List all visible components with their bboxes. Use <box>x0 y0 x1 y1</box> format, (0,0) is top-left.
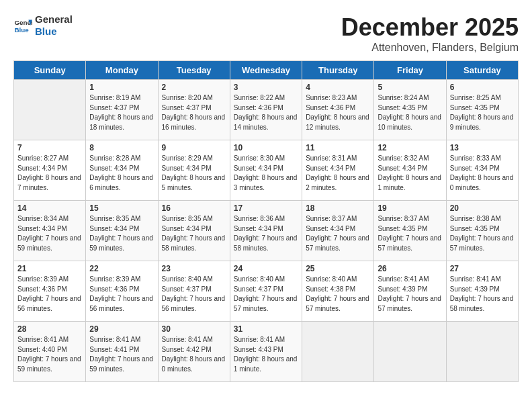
location-title: Attenhoven, Flanders, Belgium <box>341 42 519 54</box>
calendar-cell: 3Sunrise: 8:22 AMSunset: 4:36 PMDaylight… <box>230 80 302 140</box>
day-number: 26 <box>378 264 442 273</box>
header-row: SundayMondayTuesdayWednesdayThursdayFrid… <box>14 61 519 80</box>
calendar-cell <box>302 322 374 382</box>
day-number: 12 <box>378 143 442 152</box>
day-number: 9 <box>162 143 226 152</box>
cell-detail: Sunrise: 8:40 AMSunset: 4:37 PMDaylight:… <box>162 275 226 314</box>
calendar-cell: 7Sunrise: 8:27 AMSunset: 4:34 PMDaylight… <box>14 140 86 201</box>
logo: General Blue General Blue <box>13 13 73 38</box>
day-number: 16 <box>162 203 226 213</box>
day-number: 25 <box>306 264 370 273</box>
cell-detail: Sunrise: 8:41 AMSunset: 4:39 PMDaylight:… <box>378 275 442 314</box>
calendar-cell: 14Sunrise: 8:34 AMSunset: 4:34 PMDayligh… <box>14 201 86 261</box>
calendar-cell <box>446 322 518 382</box>
calendar-cell: 23Sunrise: 8:40 AMSunset: 4:37 PMDayligh… <box>158 261 230 322</box>
cell-detail: Sunrise: 8:24 AMSunset: 4:35 PMDaylight:… <box>378 93 442 132</box>
day-header: Sunday <box>14 61 86 80</box>
day-number: 21 <box>17 264 82 273</box>
cell-detail: Sunrise: 8:32 AMSunset: 4:34 PMDaylight:… <box>378 154 442 193</box>
cell-detail: Sunrise: 8:37 AMSunset: 4:34 PMDaylight:… <box>306 214 370 253</box>
logo-text-line2: Blue <box>35 26 73 38</box>
cell-detail: Sunrise: 8:23 AMSunset: 4:36 PMDaylight:… <box>306 93 370 132</box>
cell-detail: Sunrise: 8:40 AMSunset: 4:37 PMDaylight:… <box>234 275 298 314</box>
calendar-week: 28Sunrise: 8:41 AMSunset: 4:40 PMDayligh… <box>14 322 519 382</box>
cell-detail: Sunrise: 8:25 AMSunset: 4:35 PMDaylight:… <box>450 93 515 132</box>
calendar-cell: 15Sunrise: 8:35 AMSunset: 4:34 PMDayligh… <box>86 201 158 261</box>
day-number: 3 <box>234 83 298 92</box>
day-number: 28 <box>17 324 82 334</box>
calendar-cell: 1Sunrise: 8:19 AMSunset: 4:37 PMDaylight… <box>86 80 158 140</box>
calendar-cell <box>14 80 86 140</box>
calendar-cell: 22Sunrise: 8:39 AMSunset: 4:36 PMDayligh… <box>86 261 158 322</box>
month-title: December 2025 <box>341 13 519 42</box>
day-number: 14 <box>17 203 82 213</box>
calendar-cell: 12Sunrise: 8:32 AMSunset: 4:34 PMDayligh… <box>374 140 446 201</box>
calendar-week: 21Sunrise: 8:39 AMSunset: 4:36 PMDayligh… <box>14 261 519 322</box>
cell-detail: Sunrise: 8:33 AMSunset: 4:34 PMDaylight:… <box>450 154 515 193</box>
calendar-cell: 20Sunrise: 8:38 AMSunset: 4:35 PMDayligh… <box>446 201 518 261</box>
calendar-table: SundayMondayTuesdayWednesdayThursdayFrid… <box>13 60 519 382</box>
day-number: 6 <box>450 83 515 92</box>
logo-text-line1: General <box>35 13 73 26</box>
cell-detail: Sunrise: 8:35 AMSunset: 4:34 PMDaylight:… <box>89 214 154 253</box>
calendar-cell: 6Sunrise: 8:25 AMSunset: 4:35 PMDaylight… <box>446 80 518 140</box>
day-number: 23 <box>162 264 226 273</box>
calendar-cell: 27Sunrise: 8:41 AMSunset: 4:39 PMDayligh… <box>446 261 518 322</box>
cell-detail: Sunrise: 8:22 AMSunset: 4:36 PMDaylight:… <box>234 93 298 132</box>
cell-detail: Sunrise: 8:41 AMSunset: 4:43 PMDaylight:… <box>234 335 298 374</box>
day-number: 1 <box>89 83 154 92</box>
day-number: 4 <box>306 83 370 92</box>
calendar-cell: 25Sunrise: 8:40 AMSunset: 4:38 PMDayligh… <box>302 261 374 322</box>
cell-detail: Sunrise: 8:39 AMSunset: 4:36 PMDaylight:… <box>17 275 82 314</box>
calendar-cell: 17Sunrise: 8:36 AMSunset: 4:34 PMDayligh… <box>230 201 302 261</box>
day-number: 5 <box>378 83 442 92</box>
day-number: 2 <box>162 83 226 92</box>
day-number: 19 <box>378 203 442 213</box>
calendar-cell: 10Sunrise: 8:30 AMSunset: 4:34 PMDayligh… <box>230 140 302 201</box>
calendar-cell: 16Sunrise: 8:35 AMSunset: 4:34 PMDayligh… <box>158 201 230 261</box>
calendar-cell: 13Sunrise: 8:33 AMSunset: 4:34 PMDayligh… <box>446 140 518 201</box>
calendar-cell: 8Sunrise: 8:28 AMSunset: 4:34 PMDaylight… <box>86 140 158 201</box>
cell-detail: Sunrise: 8:36 AMSunset: 4:34 PMDaylight:… <box>234 214 298 253</box>
day-number: 18 <box>306 203 370 213</box>
calendar-week: 1Sunrise: 8:19 AMSunset: 4:37 PMDaylight… <box>14 80 519 140</box>
cell-detail: Sunrise: 8:41 AMSunset: 4:41 PMDaylight:… <box>89 335 154 374</box>
cell-detail: Sunrise: 8:41 AMSunset: 4:40 PMDaylight:… <box>17 335 82 374</box>
day-number: 7 <box>17 143 82 152</box>
day-header: Monday <box>86 61 158 80</box>
calendar-cell: 26Sunrise: 8:41 AMSunset: 4:39 PMDayligh… <box>374 261 446 322</box>
cell-detail: Sunrise: 8:28 AMSunset: 4:34 PMDaylight:… <box>89 154 154 193</box>
calendar-cell: 29Sunrise: 8:41 AMSunset: 4:41 PMDayligh… <box>86 322 158 382</box>
day-number: 13 <box>450 143 515 152</box>
day-number: 27 <box>450 264 515 273</box>
day-number: 29 <box>89 324 154 334</box>
day-number: 31 <box>234 324 298 334</box>
calendar-cell: 28Sunrise: 8:41 AMSunset: 4:40 PMDayligh… <box>14 322 86 382</box>
cell-detail: Sunrise: 8:20 AMSunset: 4:37 PMDaylight:… <box>162 93 226 132</box>
cell-detail: Sunrise: 8:27 AMSunset: 4:34 PMDaylight:… <box>17 154 82 193</box>
day-header: Wednesday <box>230 61 302 80</box>
calendar-cell: 24Sunrise: 8:40 AMSunset: 4:37 PMDayligh… <box>230 261 302 322</box>
day-number: 15 <box>89 203 154 213</box>
day-header: Friday <box>374 61 446 80</box>
calendar-cell: 4Sunrise: 8:23 AMSunset: 4:36 PMDaylight… <box>302 80 374 140</box>
cell-detail: Sunrise: 8:29 AMSunset: 4:34 PMDaylight:… <box>162 154 226 193</box>
calendar-cell: 19Sunrise: 8:37 AMSunset: 4:35 PMDayligh… <box>374 201 446 261</box>
day-header: Thursday <box>302 61 374 80</box>
cell-detail: Sunrise: 8:34 AMSunset: 4:34 PMDaylight:… <box>17 214 82 253</box>
cell-detail: Sunrise: 8:41 AMSunset: 4:39 PMDaylight:… <box>450 275 515 314</box>
day-number: 24 <box>234 264 298 273</box>
page-header: General Blue General Blue December 2025 … <box>13 13 519 54</box>
calendar-cell: 18Sunrise: 8:37 AMSunset: 4:34 PMDayligh… <box>302 201 374 261</box>
calendar-week: 7Sunrise: 8:27 AMSunset: 4:34 PMDaylight… <box>14 140 519 201</box>
calendar-cell: 11Sunrise: 8:31 AMSunset: 4:34 PMDayligh… <box>302 140 374 201</box>
day-number: 22 <box>89 264 154 273</box>
day-header: Saturday <box>446 61 518 80</box>
cell-detail: Sunrise: 8:19 AMSunset: 4:37 PMDaylight:… <box>89 93 154 132</box>
day-number: 17 <box>234 203 298 213</box>
day-header: Tuesday <box>158 61 230 80</box>
cell-detail: Sunrise: 8:31 AMSunset: 4:34 PMDaylight:… <box>306 154 370 193</box>
cell-detail: Sunrise: 8:37 AMSunset: 4:35 PMDaylight:… <box>378 214 442 253</box>
day-number: 8 <box>89 143 154 152</box>
calendar-cell: 30Sunrise: 8:41 AMSunset: 4:42 PMDayligh… <box>158 322 230 382</box>
